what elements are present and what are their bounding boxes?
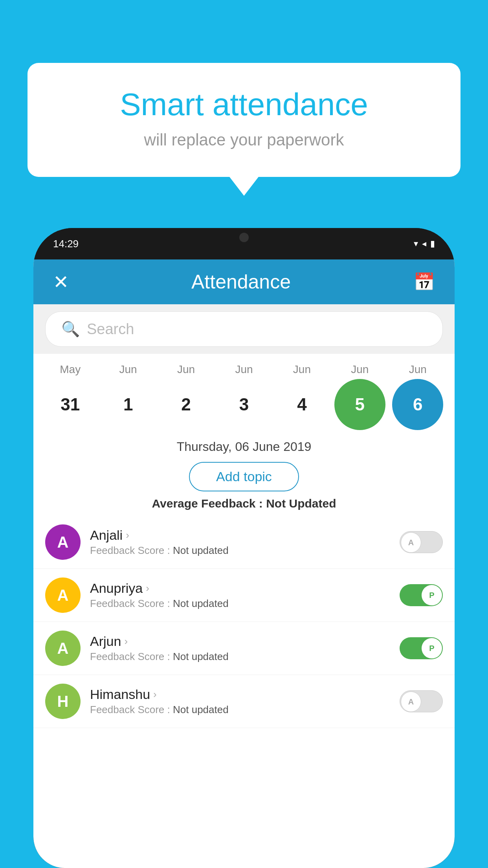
student-name-3: Himanshu › [90, 687, 400, 702]
student-item-himanshu[interactable]: H Himanshu › Feedback Score : Not update… [33, 675, 455, 728]
app-title: Attendance [191, 270, 291, 293]
student-item-anjali[interactable]: A Anjali › Feedback Score : Not updated … [33, 516, 455, 569]
phone-camera [239, 233, 249, 242]
feedback-value-3: Not updated [173, 704, 229, 715]
month-row: May Jun Jun Jun Jun Jun Jun [41, 363, 447, 376]
search-icon: 🔍 [61, 320, 80, 338]
phone-notch-area: 14:29 ▾ ◂ ▮ [33, 228, 455, 259]
student-name-0: Anjali › [90, 528, 400, 543]
student-info-1: Anupriya › Feedback Score : Not updated [90, 581, 400, 610]
toggle-knob-2: P [422, 638, 442, 658]
phone-notch [224, 228, 264, 244]
avg-feedback-value: Not Updated [266, 497, 336, 510]
speech-bubble-subtitle: will replace your paperwork [59, 131, 429, 149]
search-bar-container: 🔍 Search [33, 304, 455, 354]
date-cell-2[interactable]: 2 [161, 379, 212, 430]
month-cell-3: Jun [218, 363, 270, 376]
chevron-icon: › [146, 582, 149, 594]
close-button[interactable]: ✕ [53, 271, 69, 293]
top-bar: ✕ Attendance 📅 [33, 259, 455, 304]
student-item-anupriya[interactable]: A Anupriya › Feedback Score : Not update… [33, 569, 455, 622]
chevron-icon: › [126, 529, 129, 541]
date-cell-1[interactable]: 1 [103, 379, 154, 430]
date-row: 31 1 2 3 4 5 6 [41, 379, 447, 430]
speech-bubble-title: Smart attendance [59, 86, 429, 123]
feedback-value-2: Not updated [173, 651, 229, 662]
chevron-icon: › [124, 635, 128, 647]
student-avatar-2: A [45, 631, 81, 666]
month-cell-6: Jun [392, 363, 443, 376]
date-cell-5-today[interactable]: 5 [334, 379, 385, 430]
calendar-icon[interactable]: 📅 [413, 272, 435, 292]
speech-bubble-container: Smart attendance will replace your paper… [28, 63, 460, 177]
signal-icon: ◂ [422, 239, 426, 249]
search-input-box[interactable]: 🔍 Search [45, 311, 443, 347]
date-cell-3[interactable]: 3 [218, 379, 270, 430]
month-cell-0: May [45, 363, 96, 376]
wifi-icon: ▾ [414, 239, 418, 249]
month-cell-5: Jun [334, 363, 385, 376]
calendar-row: May Jun Jun Jun Jun Jun Jun 31 1 2 3 4 5… [33, 354, 455, 434]
date-cell-31[interactable]: 31 [45, 379, 96, 430]
student-avatar-1: A [45, 577, 81, 613]
status-time: 14:29 [53, 238, 79, 250]
avg-feedback-label: Average Feedback : [152, 497, 266, 510]
student-info-3: Himanshu › Feedback Score : Not updated [90, 687, 400, 716]
student-feedback-3: Feedback Score : Not updated [90, 704, 400, 716]
feedback-value-0: Not updated [173, 544, 229, 556]
toggle-knob-1: P [422, 585, 442, 605]
student-avatar-3: H [45, 684, 81, 719]
student-info-0: Anjali › Feedback Score : Not updated [90, 528, 400, 557]
attendance-toggle-3[interactable]: A [400, 690, 443, 712]
student-feedback-1: Feedback Score : Not updated [90, 598, 400, 610]
date-cell-6-selected[interactable]: 6 [392, 379, 443, 430]
month-cell-2: Jun [161, 363, 212, 376]
date-cell-4[interactable]: 4 [276, 379, 327, 430]
attendance-toggle-1[interactable]: P [400, 584, 443, 606]
student-name-2: Arjun › [90, 634, 400, 649]
attendance-toggle-2[interactable]: P [400, 637, 443, 659]
student-avatar-0: A [45, 524, 81, 560]
search-placeholder: Search [87, 321, 134, 338]
toggle-knob-3: A [401, 691, 421, 712]
add-topic-button[interactable]: Add topic [189, 462, 299, 491]
battery-icon: ▮ [430, 239, 435, 249]
month-cell-4: Jun [276, 363, 327, 376]
student-feedback-0: Feedback Score : Not updated [90, 544, 400, 557]
app-content: ✕ Attendance 📅 🔍 Search May Jun Jun Jun … [33, 259, 455, 868]
status-icons: ▾ ◂ ▮ [414, 239, 435, 249]
feedback-value-1: Not updated [173, 598, 229, 609]
student-info-2: Arjun › Feedback Score : Not updated [90, 634, 400, 663]
phone-frame: 14:29 ▾ ◂ ▮ ✕ Attendance 📅 🔍 Search May … [33, 228, 455, 868]
chevron-icon: › [153, 688, 157, 701]
student-item-arjun[interactable]: A Arjun › Feedback Score : Not updated P [33, 622, 455, 675]
average-feedback: Average Feedback : Not Updated [33, 497, 455, 516]
speech-bubble: Smart attendance will replace your paper… [28, 63, 460, 177]
toggle-knob-0: A [401, 532, 421, 553]
student-list: A Anjali › Feedback Score : Not updated … [33, 516, 455, 868]
selected-date-label: Thursday, 06 June 2019 [33, 434, 455, 458]
student-feedback-2: Feedback Score : Not updated [90, 651, 400, 663]
month-cell-1: Jun [103, 363, 154, 376]
student-name-1: Anupriya › [90, 581, 400, 596]
attendance-toggle-0[interactable]: A [400, 531, 443, 553]
